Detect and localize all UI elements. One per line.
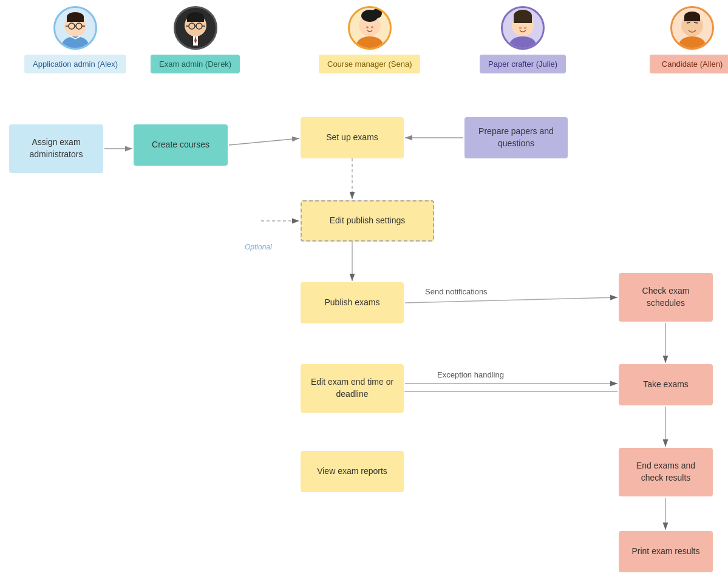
box-assign-admin: Assign exam administrators	[9, 124, 103, 173]
avatar-section-derek: Exam admin (Derek)	[151, 6, 240, 73]
avatar-alex	[53, 6, 97, 50]
svg-point-45	[519, 27, 522, 29]
svg-rect-29	[187, 17, 204, 22]
box-take-exams: Take exams	[619, 364, 713, 405]
box-publish-exams: Publish exams	[301, 282, 404, 323]
svg-point-41	[509, 36, 536, 49]
svg-point-46	[524, 27, 527, 29]
box-edit-publish-settings: Edit publish settings	[301, 200, 434, 242]
role-label-allen: Candidate (Allen)	[650, 55, 728, 73]
exception-handling-label: Exception handling	[437, 370, 504, 379]
svg-point-47	[679, 36, 706, 49]
send-notifications-label: Send notifications	[425, 287, 488, 296]
svg-point-38	[372, 8, 382, 18]
svg-line-51	[687, 22, 690, 23]
svg-rect-50	[684, 16, 700, 21]
box-prepare-papers: Prepare papers and questions	[464, 117, 568, 158]
avatar-allen	[670, 6, 714, 50]
svg-line-52	[694, 22, 698, 23]
svg-line-4	[229, 138, 299, 145]
svg-rect-44	[514, 16, 532, 23]
avatar-section-sena: Course manager (Sena)	[319, 6, 420, 73]
svg-point-15	[62, 36, 89, 49]
svg-point-40	[371, 26, 373, 29]
box-print-results: Print exam results	[619, 531, 713, 572]
avatar-section-allen: Candidate (Allen)	[650, 6, 728, 73]
svg-rect-18	[67, 17, 84, 22]
role-label-julie: Paper crafter (Julie)	[480, 55, 566, 73]
avatar-derek	[174, 6, 217, 50]
box-view-exam-reports: View exam reports	[301, 451, 404, 492]
diagram-container: Application admin (Alex)	[0, 0, 728, 582]
avatar-julie	[501, 6, 545, 50]
role-label-derek: Exam admin (Derek)	[151, 55, 240, 73]
avatar-section-julie: Paper crafter (Julie)	[480, 6, 566, 73]
box-end-exams: End exams and check results	[619, 448, 713, 496]
box-edit-exam-end: Edit exam end time or deadline	[301, 364, 404, 413]
role-label-alex: Application admin (Alex)	[24, 55, 126, 73]
box-check-exam-schedules: Check exam schedules	[619, 273, 713, 322]
svg-point-35	[356, 36, 383, 49]
role-label-sena: Course manager (Sena)	[319, 55, 420, 73]
svg-line-9	[405, 297, 617, 303]
box-create-courses: Create courses	[134, 124, 228, 166]
optional-label: Optional	[245, 243, 272, 251]
svg-point-39	[366, 26, 369, 29]
avatar-section-alex: Application admin (Alex)	[24, 6, 126, 73]
box-set-up-exams: Set up exams	[301, 117, 404, 158]
avatar-sena	[348, 6, 392, 50]
